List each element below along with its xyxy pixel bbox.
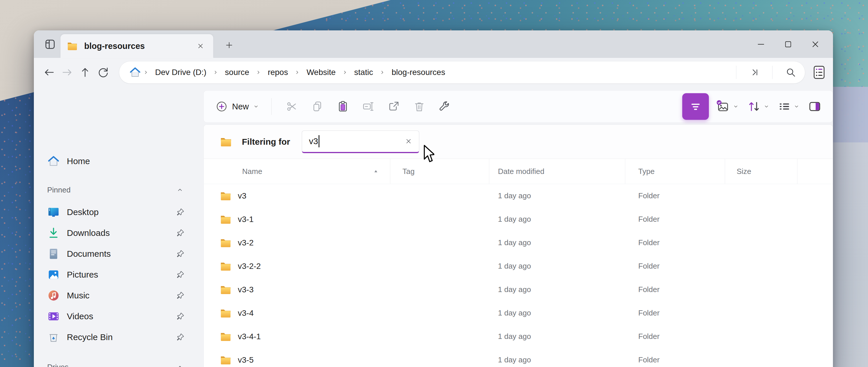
file-type: Folder — [625, 278, 725, 301]
sidebar-item-label: Pictures — [67, 270, 175, 280]
back-button[interactable] — [40, 63, 58, 81]
tab-layout-icon[interactable] — [42, 36, 58, 52]
sidebar-item-home[interactable]: Home — [37, 151, 199, 172]
column-header-name[interactable]: Name — [204, 159, 390, 184]
breadcrumb-item[interactable]: Website — [302, 65, 340, 79]
chevron-up-icon[interactable] — [176, 186, 184, 194]
table-row[interactable]: v3-4-1 1 day ago Folder — [204, 325, 833, 348]
sidebar-item-desktop[interactable]: Desktop — [37, 202, 199, 222]
window-controls — [747, 30, 829, 58]
sidebar-item-videos[interactable]: Videos — [37, 306, 199, 327]
table-row[interactable]: v3-1 1 day ago Folder — [204, 208, 833, 231]
up-button[interactable] — [76, 63, 94, 81]
rename-icon — [362, 100, 374, 113]
view-options-button[interactable] — [712, 99, 743, 114]
cut-button[interactable] — [279, 94, 305, 119]
preview-pane-icon — [808, 99, 822, 114]
share-icon — [388, 100, 400, 113]
file-name: v3-4 — [238, 309, 253, 318]
file-type: Folder — [625, 325, 725, 348]
sidebar-item-recycle-bin[interactable]: Recycle Bin — [37, 327, 199, 347]
folder-icon — [220, 214, 231, 225]
queue-list-icon[interactable] — [805, 65, 833, 80]
table-row[interactable]: v3-2 1 day ago Folder — [204, 231, 833, 254]
sidebar: Home Pinned Desktop Downloads Documents … — [34, 87, 204, 367]
downloads-icon — [47, 226, 60, 239]
breadcrumb-item[interactable]: source — [220, 65, 254, 79]
videos-icon — [47, 310, 60, 323]
paste-button[interactable] — [330, 94, 355, 119]
sort-button[interactable] — [743, 99, 774, 114]
properties-button[interactable] — [432, 94, 458, 119]
search-icon[interactable] — [785, 67, 796, 78]
copy-button[interactable] — [305, 94, 330, 119]
column-header-type[interactable]: Type — [625, 159, 725, 184]
sort-icon — [747, 99, 761, 114]
breadcrumb-item[interactable]: repos — [263, 65, 292, 79]
chevron-up-icon[interactable] — [176, 363, 184, 367]
share-button[interactable] — [381, 94, 406, 119]
folder-icon — [220, 284, 231, 296]
pin-icon[interactable] — [175, 311, 186, 322]
column-header-size[interactable]: Size — [725, 159, 797, 184]
pin-icon[interactable] — [175, 248, 186, 259]
preview-pane-button[interactable] — [804, 99, 826, 114]
sidebar-item-documents[interactable]: Documents — [37, 243, 199, 264]
breadcrumb-chevron-icon — [255, 69, 261, 75]
sidebar-item-pictures[interactable]: Pictures — [37, 264, 199, 285]
pin-icon[interactable] — [175, 269, 186, 280]
sidebar-section-pinned[interactable]: Pinned — [37, 181, 199, 198]
breadcrumb-item[interactable]: static — [349, 65, 378, 79]
rename-button[interactable] — [355, 94, 381, 119]
column-header-tag[interactable]: Tag — [390, 159, 489, 184]
table-row[interactable]: v3 1 day ago Folder — [204, 184, 833, 208]
table-row[interactable]: v3-3 1 day ago Folder — [204, 278, 833, 301]
table-row[interactable]: v3-2-2 1 day ago Folder — [204, 254, 833, 278]
close-button[interactable] — [802, 30, 829, 58]
filter-banner: Filtering for v3 — [204, 125, 833, 159]
paste-icon — [337, 100, 349, 113]
clear-filter-icon[interactable] — [402, 135, 415, 148]
desktop-icon — [47, 206, 60, 218]
minimize-button[interactable] — [747, 30, 775, 58]
breadcrumb-item[interactable]: Dev Drive (D:) — [151, 65, 211, 79]
layout-button[interactable] — [774, 100, 804, 113]
file-date: 1 day ago — [489, 254, 625, 278]
table-row[interactable]: v3-4 1 day ago Folder — [204, 301, 833, 325]
chevron-down-icon — [793, 103, 800, 110]
maximize-button[interactable] — [775, 30, 802, 58]
new-tab-icon[interactable] — [221, 37, 237, 53]
tab-blog-resources[interactable]: blog-resources — [60, 34, 213, 58]
jump-to-end-icon[interactable] — [749, 67, 760, 78]
pin-icon[interactable] — [175, 290, 186, 301]
home-icon — [47, 155, 60, 167]
breadcrumb-chevron-icon — [342, 69, 348, 75]
new-button-label: New — [232, 102, 249, 112]
pin-icon[interactable] — [175, 206, 186, 218]
navigation-row: Dev Drive (D:) source repos Website stat… — [34, 58, 833, 87]
music-icon — [47, 289, 60, 302]
sidebar-section-drives[interactable]: Drives — [37, 358, 199, 367]
forward-button[interactable] — [58, 63, 76, 81]
tab-close-icon[interactable] — [194, 40, 207, 52]
breadcrumb-item-current[interactable]: blog-resources — [387, 65, 450, 79]
copy-icon — [311, 100, 323, 113]
table-row[interactable]: v3-5 1 day ago Folder — [204, 348, 833, 367]
pin-icon[interactable] — [175, 331, 186, 343]
sidebar-item-music[interactable]: Music — [37, 285, 199, 306]
pin-icon[interactable] — [175, 227, 186, 239]
folder-icon — [220, 190, 231, 202]
home-icon[interactable] — [129, 66, 141, 79]
address-bar[interactable]: Dev Drive (D:) source repos Website stat… — [119, 61, 805, 84]
column-header-date-modified[interactable]: Date modified — [489, 159, 625, 184]
refresh-button[interactable] — [94, 63, 112, 81]
sidebar-item-downloads[interactable]: Downloads — [37, 222, 199, 243]
folder-icon — [67, 40, 78, 52]
folder-icon — [220, 136, 232, 148]
filter-toggle-button[interactable] — [682, 93, 709, 120]
new-button[interactable]: New — [211, 97, 264, 116]
sidebar-item-label: Documents — [67, 249, 175, 259]
command-toolbar: New — [204, 90, 833, 123]
filter-input[interactable]: v3 — [302, 130, 419, 153]
delete-button[interactable] — [406, 94, 432, 119]
